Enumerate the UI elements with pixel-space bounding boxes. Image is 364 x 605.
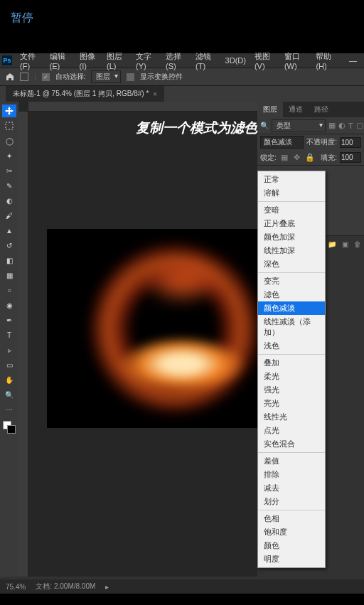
zoom-tool[interactable]: 🔍 bbox=[2, 388, 16, 401]
blend-mode-select[interactable]: 颜色减淡 bbox=[260, 136, 304, 149]
menu-layer[interactable]: 图层(L) bbox=[102, 51, 132, 70]
auto-select-checkbox[interactable]: ✓ bbox=[42, 73, 50, 81]
search-icon[interactable]: 🔍 bbox=[260, 122, 269, 129]
stamp-tool[interactable]: ▲ bbox=[2, 224, 16, 237]
canvas[interactable]: 复制一个模式为滤色 bbox=[28, 112, 257, 577]
home-icon[interactable] bbox=[6, 73, 14, 81]
fill-input[interactable] bbox=[340, 152, 361, 163]
fill-label: 填充: bbox=[321, 153, 337, 163]
ruler-horizontal[interactable] bbox=[28, 102, 257, 112]
blend-mode-option[interactable]: 亮光 bbox=[258, 397, 325, 410]
blend-mode-option[interactable]: 叠加 bbox=[258, 356, 325, 370]
blend-mode-option[interactable]: 正常 bbox=[258, 173, 325, 186]
lasso-tool[interactable]: ◯ bbox=[2, 134, 16, 147]
blend-mode-option[interactable]: 点光 bbox=[258, 424, 325, 437]
filter-text-icon[interactable]: T bbox=[348, 121, 353, 131]
menu-file[interactable]: 文件(F) bbox=[16, 51, 46, 70]
blend-mode-option[interactable]: 排除 bbox=[258, 468, 325, 481]
blend-mode-option[interactable]: 线性减淡（添加） bbox=[258, 315, 325, 339]
blend-mode-option[interactable]: 变亮 bbox=[258, 274, 325, 288]
blend-mode-option[interactable]: 线性光 bbox=[258, 410, 325, 424]
tool-preset-icon[interactable] bbox=[20, 73, 28, 81]
show-controls-checkbox[interactable] bbox=[127, 73, 134, 81]
menu-image[interactable]: 图像(I) bbox=[75, 51, 103, 70]
ruler-vertical[interactable] bbox=[18, 112, 28, 577]
lock-pixels-icon[interactable]: ▦ bbox=[279, 153, 289, 163]
blend-mode-option[interactable]: 滤色 bbox=[258, 288, 325, 301]
blend-mode-option[interactable]: 颜色减淡 bbox=[258, 301, 325, 315]
blend-mode-option[interactable]: 溶解 bbox=[258, 186, 325, 200]
pause-label[interactable]: 暂停 bbox=[0, 0, 364, 36]
gradient-tool[interactable]: ▦ bbox=[2, 269, 16, 282]
path-select-tool[interactable]: ▹ bbox=[2, 343, 16, 356]
lock-all-icon[interactable]: 🔒 bbox=[305, 153, 315, 163]
blend-mode-option[interactable]: 饱和度 bbox=[258, 525, 325, 539]
layer-filter-row: 🔍 类型 ▦ ◐ T ▢ ◈ bbox=[257, 117, 364, 134]
pen-tool[interactable]: ✒ bbox=[2, 314, 16, 326]
menu-edit[interactable]: 编辑(E) bbox=[46, 51, 75, 70]
zoom-level[interactable]: 75.4% bbox=[6, 583, 26, 591]
menu-3d[interactable]: 3D(D) bbox=[221, 56, 250, 65]
eraser-tool[interactable]: ◧ bbox=[2, 254, 16, 267]
color-swatches[interactable] bbox=[3, 421, 16, 434]
tab-layers[interactable]: 图层 bbox=[257, 102, 283, 117]
crop-tool[interactable]: ✂ bbox=[2, 164, 16, 177]
menu-window[interactable]: 窗口(W) bbox=[280, 51, 312, 70]
tab-channels[interactable]: 通道 bbox=[283, 102, 309, 117]
dodge-tool[interactable]: ◉ bbox=[2, 299, 16, 311]
hand-tool[interactable]: ✋ bbox=[2, 373, 16, 386]
blend-mode-option[interactable]: 柔光 bbox=[258, 370, 325, 383]
filter-kind-dropdown[interactable]: 类型 bbox=[272, 119, 326, 132]
blend-mode-option[interactable]: 线性加深 bbox=[258, 244, 325, 257]
blend-mode-option[interactable]: 实色混合 bbox=[258, 437, 325, 451]
status-arrow-icon[interactable]: ▸ bbox=[105, 583, 109, 591]
blend-mode-option[interactable]: 明度 bbox=[258, 552, 325, 566]
opacity-input[interactable] bbox=[340, 137, 361, 148]
blend-mode-option[interactable]: 正片叠底 bbox=[258, 217, 325, 230]
move-tool[interactable] bbox=[2, 105, 16, 117]
canvas-area: 复制一个模式为滤色 bbox=[18, 102, 257, 577]
new-layer-icon[interactable]: ▣ bbox=[342, 240, 348, 248]
filter-shape-icon[interactable]: ▢ bbox=[356, 121, 363, 131]
blend-mode-option[interactable]: 变暗 bbox=[258, 203, 325, 217]
window-minimize-icon[interactable]: — bbox=[342, 56, 364, 65]
blend-mode-option[interactable]: 颜色加深 bbox=[258, 230, 325, 244]
blend-mode-option[interactable]: 浅色 bbox=[258, 339, 325, 353]
blend-mode-option[interactable]: 差值 bbox=[258, 454, 325, 468]
blend-mode-option[interactable]: 划分 bbox=[258, 495, 325, 508]
lock-row: 锁定: ▦ ✥ 🔒 填充: bbox=[257, 150, 364, 166]
filter-image-icon[interactable]: ▦ bbox=[328, 121, 336, 131]
marquee-tool[interactable] bbox=[2, 119, 16, 132]
lock-label: 锁定: bbox=[260, 153, 277, 163]
edit-toolbar[interactable]: ⋯ bbox=[2, 403, 16, 416]
wand-tool[interactable]: ✦ bbox=[2, 149, 16, 162]
menu-select[interactable]: 选择(S) bbox=[161, 51, 191, 70]
healing-tool[interactable]: ◐ bbox=[2, 194, 16, 207]
type-tool[interactable]: T bbox=[2, 328, 16, 341]
auto-select-label: 自动选择: bbox=[55, 72, 86, 82]
new-folder-icon[interactable]: 📁 bbox=[328, 240, 336, 248]
tab-paths[interactable]: 路径 bbox=[309, 102, 334, 117]
auto-select-dropdown[interactable]: 图层 bbox=[91, 70, 121, 83]
blend-mode-option[interactable]: 色相 bbox=[258, 512, 325, 525]
close-tab-icon[interactable]: × bbox=[153, 90, 157, 98]
menu-help[interactable]: 帮助(H) bbox=[311, 51, 342, 70]
blend-mode-option[interactable]: 强光 bbox=[258, 383, 325, 397]
history-brush-tool[interactable]: ↺ bbox=[2, 239, 16, 252]
blend-mode-option[interactable]: 颜色 bbox=[258, 539, 325, 552]
shape-tool[interactable]: ▭ bbox=[2, 358, 16, 371]
filter-adjust-icon[interactable]: ◐ bbox=[338, 121, 346, 131]
brush-tool[interactable]: 🖌 bbox=[2, 209, 16, 222]
background-color[interactable] bbox=[7, 425, 16, 434]
lock-position-icon[interactable]: ✥ bbox=[292, 153, 302, 163]
menu-view[interactable]: 视图(V) bbox=[250, 51, 280, 70]
menubar: 文件(F) 编辑(E) 图像(I) 图层(L) 文字(Y) 选择(S) 滤镜(T… bbox=[0, 53, 364, 68]
menu-text[interactable]: 文字(Y) bbox=[132, 51, 161, 70]
document-tab[interactable]: 未标题-1 @ 75.4% (图层 1 拷贝, RGB/8#) * × bbox=[6, 86, 164, 102]
blend-mode-option[interactable]: 减去 bbox=[258, 481, 325, 495]
menu-filter[interactable]: 滤镜(T) bbox=[191, 51, 221, 70]
blur-tool[interactable]: ○ bbox=[2, 284, 16, 296]
delete-layer-icon[interactable]: 🗑 bbox=[354, 240, 361, 248]
eyedropper-tool[interactable]: ✎ bbox=[2, 179, 16, 192]
blend-mode-option[interactable]: 深色 bbox=[258, 257, 325, 271]
